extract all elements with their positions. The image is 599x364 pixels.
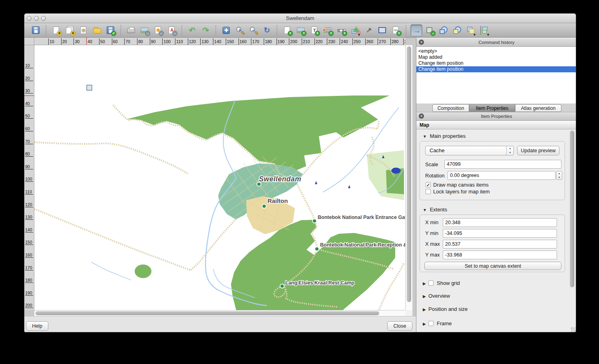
- refresh-button[interactable]: ↻: [261, 24, 273, 36]
- select-move-item-button[interactable]: →: [410, 24, 422, 36]
- composer-canvas[interactable]: SwellendamRailtonBontebok National Park …: [34, 45, 405, 310]
- add-image-button[interactable]: +: [295, 24, 307, 36]
- collapse-triangle-icon[interactable]: ▶: [423, 322, 428, 326]
- raise-selected-items-button[interactable]: ▾: [465, 24, 477, 36]
- group-items-button[interactable]: [438, 24, 450, 36]
- close-button[interactable]: Close: [387, 321, 412, 331]
- scale-label: Scale: [425, 161, 438, 167]
- rotation-spinner[interactable]: ▲▼: [556, 171, 562, 180]
- redo-button[interactable]: ↷: [200, 24, 212, 36]
- section-frame[interactable]: ▶Frame: [423, 320, 452, 326]
- history-item[interactable]: <empty>: [416, 48, 576, 54]
- align-selected-items-button[interactable]: ▾: [478, 24, 490, 36]
- history-item[interactable]: Map added: [416, 54, 576, 60]
- save-button[interactable]: [30, 24, 42, 36]
- vertical-scrollbar-thumb[interactable]: [407, 46, 411, 302]
- section-main-properties[interactable]: ▼ Main properties: [423, 133, 466, 139]
- add-map-icon: +: [283, 26, 292, 35]
- collapse-triangle-icon[interactable]: ▶: [423, 294, 428, 298]
- section-overview[interactable]: ▶Overview: [423, 293, 450, 299]
- add-shape-button[interactable]: ▾: [349, 24, 361, 36]
- tab-atlas-generation[interactable]: Atlas generation: [515, 104, 561, 112]
- add-shape-icon: ▾: [350, 26, 360, 35]
- save-as-template-button[interactable]: ✓: [105, 24, 117, 36]
- update-preview-button[interactable]: Update preview: [517, 146, 559, 155]
- add-legend-button[interactable]: +: [322, 24, 334, 36]
- set-to-canvas-extent-button[interactable]: Set to map canvas extent: [424, 262, 561, 270]
- undo-button[interactable]: ↶: [186, 24, 198, 36]
- selected-item-handle[interactable]: [87, 85, 92, 90]
- collapse-triangle-icon[interactable]: ▼: [423, 134, 428, 139]
- composition-manager-icon: ◎: [79, 26, 88, 35]
- ungroup-items-button[interactable]: [451, 24, 463, 36]
- collapse-triangle-icon[interactable]: ▶: [423, 281, 428, 286]
- canvas-horizontal-scrollbar[interactable]: [34, 310, 405, 316]
- checkbox-draw-map-canvas-items[interactable]: ✓: [426, 182, 431, 187]
- checkbox-show-grid[interactable]: [428, 280, 434, 286]
- collapse-triangle-icon[interactable]: ▶: [423, 307, 428, 312]
- duplicate-composition-button[interactable]: ✱: [64, 24, 76, 36]
- toolbar-separator: [215, 25, 217, 36]
- toolbar-separator: [277, 25, 278, 36]
- zoom-full-icon: ✚: [221, 26, 231, 35]
- tab-composition[interactable]: Composition: [432, 104, 469, 112]
- add-image-icon: +: [296, 26, 306, 35]
- checkbox-label: Lock layers for map item: [433, 189, 490, 195]
- map-item[interactable]: SwellendamRailtonBontebok National Park …: [34, 45, 405, 310]
- screenshot-stage: Swellendam ✱✱◎✓→✱→A→↶↷✚+−↻++T+++▾↗</>+→→…: [0, 0, 599, 364]
- section-position-and-size[interactable]: ▶Position and size: [423, 306, 468, 312]
- poi-dot: [312, 219, 316, 223]
- close-panel-icon[interactable]: ✕: [419, 40, 424, 45]
- move-item-content-button[interactable]: →: [424, 24, 436, 36]
- add-attribute-table-button[interactable]: [376, 24, 388, 36]
- ruler-tick: 120: [25, 202, 33, 207]
- rotation-input[interactable]: [448, 171, 555, 180]
- checkbox-lock-layers-for-map-item[interactable]: [426, 189, 431, 194]
- close-panel-icon[interactable]: ✕: [419, 113, 424, 119]
- section-show-grid[interactable]: ▶Show grid: [423, 280, 460, 286]
- combobox-stepper-icon[interactable]: ▲▼: [506, 146, 513, 155]
- cache-mode-combobox[interactable]: Cache ▲▼: [425, 146, 514, 155]
- horizontal-scrollbar-thumb[interactable]: [36, 311, 379, 315]
- save-template-icon: ✓: [106, 26, 115, 35]
- zoom-in-button[interactable]: +: [234, 24, 246, 36]
- export-as-image-button[interactable]: →: [139, 24, 151, 36]
- checkbox-frame[interactable]: [428, 321, 434, 326]
- collapse-triangle-icon[interactable]: ▼: [423, 208, 428, 212]
- add-html-frame-button[interactable]: </>+: [390, 24, 402, 36]
- resize-grip[interactable]: [571, 327, 576, 332]
- road: [190, 219, 236, 270]
- history-item[interactable]: Change item position: [416, 66, 576, 72]
- y-min-input[interactable]: [443, 229, 557, 238]
- export-image-icon: →: [140, 26, 149, 35]
- new-composition-button[interactable]: ✱: [50, 24, 62, 36]
- road: [34, 142, 188, 174]
- add-label-button[interactable]: T+: [308, 24, 320, 36]
- help-button[interactable]: Help: [26, 321, 48, 331]
- section-extents[interactable]: ▼ Extents: [423, 207, 447, 213]
- composition-manager-button[interactable]: ◎: [78, 24, 90, 36]
- x-min-input[interactable]: [443, 218, 557, 227]
- history-item[interactable]: Change item position: [416, 60, 576, 66]
- x-max-input[interactable]: [443, 240, 557, 249]
- load-from-template-button[interactable]: [91, 24, 103, 36]
- add-scalebar-button[interactable]: +: [336, 24, 348, 36]
- checkbox-label: Draw map canvas items: [433, 182, 489, 188]
- export-as-svg-button[interactable]: ✱→: [152, 24, 164, 36]
- print-button[interactable]: [125, 24, 137, 36]
- panel-scrollbar[interactable]: [570, 131, 575, 332]
- export-as-pdf-button[interactable]: A→: [166, 24, 178, 36]
- y-max-input[interactable]: [443, 251, 557, 259]
- zoom-out-button[interactable]: −: [247, 24, 259, 36]
- ruler-tick: 10: [48, 38, 54, 45]
- zoom-full-button[interactable]: ✚: [220, 24, 232, 36]
- canvas-vertical-scrollbar[interactable]: [405, 45, 412, 310]
- scale-input[interactable]: [444, 160, 561, 169]
- y-max-label: Y max: [425, 252, 440, 258]
- command-history-list[interactable]: <empty>Map addedChange item positionChan…: [416, 47, 576, 103]
- zoom-out-icon: −: [249, 26, 258, 35]
- add-arrow-button[interactable]: ↗: [363, 24, 375, 36]
- tab-item-properties[interactable]: Item Properties: [469, 104, 515, 112]
- panel-scrollbar-thumb[interactable]: [570, 131, 574, 287]
- add-new-map-button[interactable]: +: [281, 24, 293, 36]
